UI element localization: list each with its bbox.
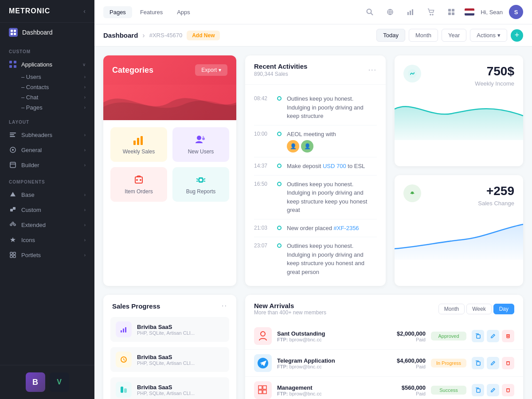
sidebar-item-extended[interactable]: Extended › bbox=[0, 217, 94, 232]
sidebar-item-users[interactable]: Users › bbox=[0, 72, 94, 82]
copy-button[interactable] bbox=[472, 357, 484, 369]
arrival-name: Telegram Application bbox=[277, 357, 380, 364]
activities-menu-icon[interactable]: ··· bbox=[368, 66, 377, 74]
new-users-label: New Users bbox=[188, 149, 214, 155]
weekly-income-avatar bbox=[403, 65, 421, 82]
activity-dot bbox=[277, 132, 282, 136]
svg-rect-17 bbox=[13, 207, 16, 210]
svg-rect-24 bbox=[10, 255, 12, 258]
sales-progress-menu-icon[interactable]: ·· bbox=[222, 302, 227, 310]
sidebar-item-pages[interactable]: Pages › bbox=[0, 102, 94, 113]
search-icon[interactable] bbox=[363, 5, 377, 19]
svg-point-20 bbox=[12, 222, 14, 224]
sidebar-item-builder[interactable]: Builder › bbox=[0, 157, 94, 172]
filter-day-button[interactable]: Day bbox=[493, 304, 514, 314]
sales-change-label: Sales Change bbox=[478, 200, 514, 207]
actions-button[interactable]: Actions ▾ bbox=[470, 29, 507, 42]
breadcrumb-separator: › bbox=[142, 31, 145, 39]
activity-item: 14:37 Make deposit USD 700 to ESL bbox=[254, 157, 377, 176]
arrival-paid: Paid bbox=[386, 364, 426, 369]
topbar-nav-apps[interactable]: Apps bbox=[171, 6, 196, 18]
sidebar-item-chat[interactable]: Chat › bbox=[0, 92, 94, 102]
year-button[interactable]: Year bbox=[442, 29, 466, 42]
sales-item-desc: PHP, SQLite, Artisan CLI... bbox=[137, 391, 224, 396]
portlets-icon bbox=[9, 251, 17, 259]
portlets-chevron-icon: › bbox=[84, 253, 86, 258]
today-button[interactable]: Today bbox=[376, 29, 405, 42]
sales-item-desc: PHP, SQLite, Artisan CLI... bbox=[137, 360, 224, 366]
svg-marker-21 bbox=[10, 237, 16, 242]
arrival-icon-telegram bbox=[254, 354, 272, 372]
weekly-income-label: Weekly Income bbox=[475, 80, 514, 87]
filter-month-button[interactable]: Month bbox=[438, 304, 465, 314]
sidebar-item-contacts[interactable]: Contacts › bbox=[0, 82, 94, 92]
general-label: General bbox=[21, 147, 42, 153]
arrivals-header: New Arrivals More than 400+ new members … bbox=[245, 295, 523, 323]
arrivals-row: Telegram Application FTP: bprow@bnc.cc $… bbox=[245, 350, 523, 377]
copy-button[interactable] bbox=[472, 330, 484, 342]
base-chevron-icon: › bbox=[84, 192, 86, 197]
sidebar-item-subheaders[interactable]: Subheaders › bbox=[0, 127, 94, 142]
sidebar-item-custom-components[interactable]: Custom › bbox=[0, 202, 94, 217]
svg-rect-9 bbox=[10, 134, 14, 135]
activity-time: 23:07 bbox=[254, 242, 272, 249]
chart-icon[interactable] bbox=[403, 5, 418, 19]
network-icon[interactable] bbox=[383, 5, 397, 19]
sidebar-item-general[interactable]: General › bbox=[0, 142, 94, 157]
cart-icon[interactable] bbox=[424, 5, 438, 19]
svg-rect-31 bbox=[410, 11, 411, 15]
weekly-income-value: 750$ bbox=[475, 64, 514, 78]
category-new-users[interactable]: + New Users bbox=[172, 127, 229, 162]
sidebar-item-base[interactable]: Base › bbox=[0, 187, 94, 202]
topbar-nav-pages[interactable]: Pages bbox=[103, 6, 132, 18]
sales-item: Briviba SaaS PHP, SQLite, Artisan CLI... bbox=[110, 347, 229, 372]
user-avatar[interactable]: S bbox=[509, 5, 523, 19]
category-item-orders[interactable]: Item Orders bbox=[110, 167, 167, 202]
month-button[interactable]: Month bbox=[409, 29, 438, 42]
arrival-actions bbox=[472, 330, 514, 342]
activities-title: Recent Activities bbox=[254, 63, 307, 70]
category-bug-reports[interactable]: Bug Reports bbox=[172, 167, 229, 202]
export-button[interactable]: Export ▾ bbox=[195, 64, 227, 76]
copy-button[interactable] bbox=[472, 384, 484, 396]
activity-dot bbox=[277, 164, 282, 168]
sales-change-card: +259 Sales Change bbox=[395, 175, 523, 286]
add-new-button[interactable]: Add New bbox=[187, 31, 220, 40]
sidebar-item-portlets[interactable]: Portlets › bbox=[0, 247, 94, 262]
edit-button[interactable] bbox=[487, 384, 499, 396]
delete-button[interactable] bbox=[502, 357, 514, 369]
order-link[interactable]: #XF-2356 bbox=[334, 225, 359, 231]
topbar-nav-features[interactable]: Features bbox=[134, 6, 169, 18]
sidebar-dashboard-item[interactable]: Dashboard bbox=[0, 23, 94, 42]
bootstrap-framework[interactable]: B bbox=[26, 372, 45, 392]
sidebar-item-icons[interactable]: Icons › bbox=[0, 232, 94, 247]
topbar-right: Hi, Sean S bbox=[363, 5, 523, 19]
sales-change-avatar bbox=[403, 184, 421, 202]
recent-activities-card: Recent Activities 890,344 Sales ··· 08:4… bbox=[245, 55, 386, 286]
activities-subtitle: 890,344 Sales bbox=[254, 71, 307, 77]
grid-icon[interactable] bbox=[444, 5, 458, 19]
user-greeting: Hi, Sean bbox=[481, 9, 503, 16]
sidebar-item-applications[interactable]: Applications ∨ bbox=[0, 57, 94, 72]
category-weekly-sales[interactable]: Weekly Sales bbox=[110, 127, 167, 162]
svg-rect-5 bbox=[14, 61, 16, 63]
delete-button[interactable] bbox=[502, 330, 514, 342]
flag-icon[interactable] bbox=[465, 8, 474, 16]
sidebar-collapse-icon[interactable]: ‹ bbox=[83, 8, 86, 15]
activity-time: 08:42 bbox=[254, 94, 272, 102]
arrival-amount-sant: $2,000,000 Paid bbox=[386, 330, 426, 342]
extended-icon bbox=[9, 221, 17, 229]
content-area: Categories Export ▾ bbox=[94, 47, 532, 399]
add-circle-button[interactable]: + bbox=[511, 29, 523, 42]
custom-components-icon bbox=[9, 206, 17, 214]
delete-button[interactable] bbox=[502, 384, 514, 396]
activity-item: 08:42 Outlines keep you honest. Indulgin… bbox=[254, 90, 377, 125]
arrivals-filters: Month Week Day bbox=[438, 304, 514, 314]
edit-button[interactable] bbox=[487, 357, 499, 369]
filter-week-button[interactable]: Week bbox=[466, 304, 491, 314]
arrival-actions bbox=[472, 384, 514, 396]
deposit-link[interactable]: USD 700 bbox=[323, 163, 346, 169]
edit-button[interactable] bbox=[487, 330, 499, 342]
vue-framework[interactable]: V bbox=[50, 372, 69, 392]
arrival-ftp: FTP: bprow@bnc.cc bbox=[277, 337, 380, 342]
